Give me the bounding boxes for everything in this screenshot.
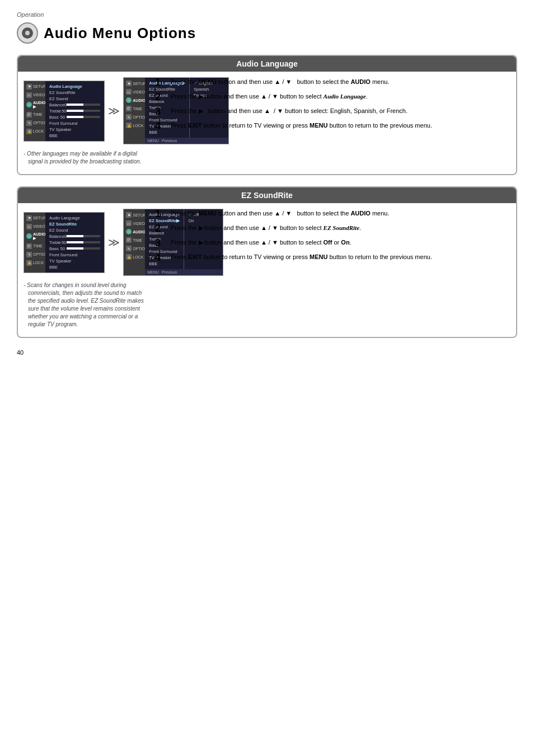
tv-sidebar-2b: ⚑ SETUP ▭ VIDEO ♪ AUDIO [124, 209, 145, 275]
lock-icon-2a: 🔒 [26, 260, 32, 266]
menu-front-surround: Front Surround [48, 120, 101, 126]
menu-treble: Treble50 [48, 108, 101, 114]
sidebar-time-2a: ⏱ TIME [25, 243, 44, 250]
flag-icon-2b: ⚑ [126, 212, 132, 218]
section1-instructions: ⚑ SETUP ▭ VIDEO ♪ AUDIO ▶ [24, 77, 147, 168]
sidebar-audio-2a: ♪ AUDIO ▶ [25, 232, 44, 241]
clock-icon-b: ⏱ [126, 106, 132, 111]
menu-bass: Bass50 [48, 114, 101, 120]
speaker-icon-2b: ♪ [126, 229, 132, 234]
step-2-3: 3 Press the ▶ button and then use ▲ / ▼ … [155, 238, 510, 248]
page-title: Audio Menu Options [44, 25, 196, 42]
sidebar-option-b: ✎ OPTION [125, 114, 144, 120]
flag-icon-2a: ⚑ [26, 215, 32, 221]
menu-tv-speaker: TV Speaker [48, 126, 101, 133]
menu-ez-soundrite: EZ SoundRite [48, 90, 101, 96]
sidebar-time: ⏱ TIME [25, 111, 44, 118]
clock-icon-2b: ⏱ [126, 237, 132, 243]
audio-language-section: Audio Language ⚑ SETUP [17, 55, 517, 175]
ez-soundrite-header: EZ SoundRite [18, 187, 516, 203]
tv-icon: ▭ [26, 92, 32, 98]
sidebar-setup-2a: ⚑ SETUP [25, 215, 44, 222]
tv-main-menu-1a: Audio Language EZ SoundRite EZ Sound Bal… [45, 81, 104, 141]
tv-icon-2a: ▭ [26, 224, 32, 229]
menu-bass-2a: Bass50 [48, 246, 101, 252]
sidebar-video-2b: ▭ VIDEO [125, 220, 144, 227]
sidebar-audio-b: ♪ AUDIO [125, 97, 144, 104]
step-2-4: 4 Press EXIT button to return to TV view… [155, 252, 510, 262]
section1-steps: 1 Press the MENU button and then use ▲ /… [155, 77, 510, 168]
tv-panel-1a: ⚑ SETUP ▭ VIDEO ♪ AUDIO ▶ [24, 81, 105, 142]
lock-icon-b: 🔒 [126, 123, 132, 128]
sidebar-audio: ♪ AUDIO ▶ [25, 100, 44, 110]
sidebar-lock: 🔒 LOCK [25, 128, 44, 135]
sidebar-audio-2b: ♪ AUDIO [125, 228, 144, 235]
sidebar-time-b: ⏱ TIME [125, 105, 144, 112]
menu-treble-2a: Treble50 [48, 240, 101, 246]
menu-audio-language-2a: Audio Language [48, 215, 101, 221]
menu-bbe-2a: BBE [48, 264, 101, 270]
audio-language-header: Audio Language [18, 56, 516, 72]
sidebar-video-2a: ▭ VIDEO [25, 223, 44, 230]
flag-icon: ⚑ [26, 84, 32, 90]
lock-icon-2b: 🔒 [126, 254, 132, 260]
page-number: 40 [17, 349, 517, 356]
clock-icon: ⏱ [26, 112, 32, 118]
menu-audio-language: Audio Language [48, 83, 101, 90]
wrench-icon: ✎ [26, 120, 32, 126]
sidebar-time-2b: ⏱ TIME [125, 237, 144, 243]
menu-tv-speaker-2a: TV Speaker [48, 258, 101, 264]
arrow-right-2: ≫ [108, 236, 120, 249]
step-2-1: 1 Press the MENU button and then use ▲ /… [155, 209, 510, 219]
menu-ez-sound-2a: EZ Sound [48, 227, 101, 233]
clock-icon-2a: ⏱ [26, 243, 32, 249]
sidebar-video: ▭ VIDEO [25, 92, 44, 98]
wrench-icon-2b: ✎ [126, 246, 132, 251]
tv-sidebar-1b: ⚑ SETUP ▭ VIDEO ♪ AUDIO [124, 78, 145, 144]
sidebar-lock-b: 🔒 LOCK [125, 122, 144, 129]
tv-icon-2b: ▭ [126, 220, 132, 226]
step-1-1: 1 Press the MENU button and then use ▲ /… [155, 77, 510, 87]
tv-panel-2a: ⚑ SETUP ▭ VIDEO ♪ AUDIO ▶ [24, 212, 105, 273]
tv-main-menu-2a: Audio Language EZ SoundRite EZ Sound Bal… [45, 213, 104, 273]
sidebar-video-b: ▭ VIDEO [125, 88, 144, 95]
sidebar-lock-2b: 🔒 LOCK [125, 253, 144, 260]
menu-front-surround-2a: Front Surround [48, 252, 101, 258]
flag-icon-b: ⚑ [126, 81, 132, 86]
wrench-icon-2a: ✎ [26, 252, 32, 257]
sidebar-option-2a: ✎ OPTION [25, 251, 44, 258]
sidebar-option-2b: ✎ OPTION [125, 245, 144, 252]
section2-note: - Scans for changes in sound level durin… [24, 281, 147, 328]
menu-balance-2a: Balance0 [48, 233, 101, 240]
menu-balance: Balance0 [48, 102, 101, 108]
wrench-icon-b: ✎ [126, 114, 132, 120]
step-1-2: 2 Press the ▶ button and then use ▲ / ▼ … [155, 92, 510, 102]
step-2-2: 2 Press the ▶ button and then use ▲ / ▼ … [155, 223, 510, 233]
speaker-icon-b: ♪ [126, 97, 132, 103]
tv-icon-b: ▭ [126, 89, 132, 95]
sidebar-setup-2b: ⚑ SETUP [125, 212, 144, 218]
section2-instructions: ⚑ SETUP ▭ VIDEO ♪ AUDIO ▶ [24, 209, 147, 331]
section2-steps: 1 Press the MENU button and then use ▲ /… [155, 209, 510, 331]
lock-icon: 🔒 [26, 129, 32, 134]
speaker-icon: ♪ [26, 102, 32, 107]
sidebar-lock-2a: 🔒 LOCK [25, 260, 44, 266]
arrow-right-1: ≫ [108, 104, 120, 118]
menu-ez-sound: EZ Sound [48, 96, 101, 102]
step-1-4: 4 Press EXIT button to return to TV view… [155, 121, 510, 131]
operation-label: Operation [17, 11, 517, 18]
ez-soundrite-section: EZ SoundRite ⚑ SETUP [17, 186, 517, 338]
sidebar-setup-b: ⚑ SETUP [125, 80, 144, 87]
sidebar-option: ✎ OPTION [25, 120, 44, 126]
step-1-3: 3 Press the ▶ button and then use ▲ / ▼ … [155, 106, 510, 116]
tv-sidebar-1a: ⚑ SETUP ▭ VIDEO ♪ AUDIO ▶ [24, 81, 45, 141]
speaker-icon-2a: ♪ [26, 233, 32, 239]
menu-ez-soundrite-2a: EZ SoundRite [48, 221, 101, 227]
sidebar-setup: ⚑ SETUP [25, 83, 44, 90]
section1-note: - Other languages may be available if a … [24, 150, 147, 166]
page-icon [17, 22, 38, 44]
menu-bbe: BBE [48, 133, 101, 139]
tv-sidebar-2a: ⚑ SETUP ▭ VIDEO ♪ AUDIO ▶ [24, 213, 45, 273]
